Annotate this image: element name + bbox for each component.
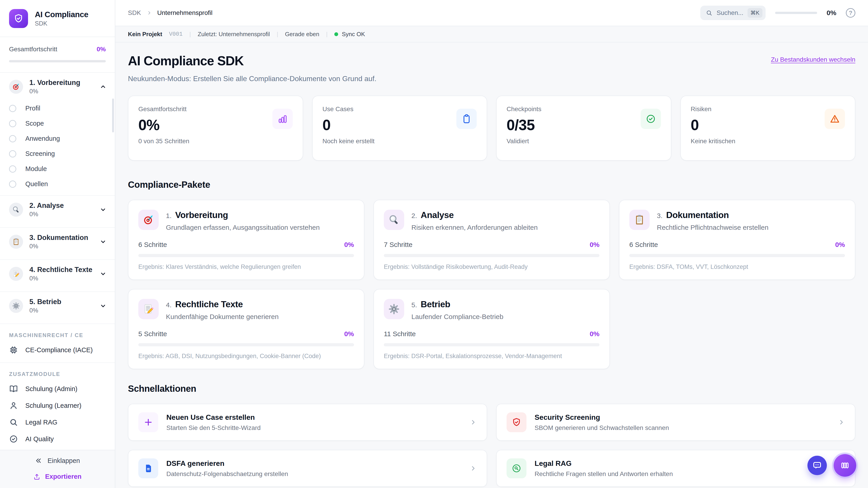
sidebar-section-label: ZUSATZMODULE — [0, 363, 115, 381]
sidebar-phase-item[interactable]: 3. Dokumentation 0% — [0, 228, 115, 256]
sidebar-module-item[interactable]: Schulung (Learner) — [0, 397, 115, 414]
search-input[interactable]: Suchen... ⌘K — [700, 6, 765, 20]
search-icon — [706, 9, 712, 16]
package-number: 1. — [166, 212, 172, 220]
bar-chart-icon — [272, 109, 293, 129]
sidebar-phase-item[interactable]: 4. Rechtliche Texte 0% — [0, 260, 115, 288]
export-button[interactable]: Exportieren — [0, 473, 115, 480]
target-icon — [9, 80, 23, 94]
sidebar-step-item[interactable]: Scope — [0, 116, 115, 131]
sidebar: AI Compliance SDK Gesamtfortschritt 0% 1… — [0, 0, 115, 488]
step-label: Module — [25, 165, 47, 173]
sidebar-step-item[interactable]: Profil — [0, 101, 115, 116]
stat-value: 0 — [322, 116, 477, 133]
sidebar-step-item[interactable]: Module — [0, 161, 115, 176]
breadcrumb-current: Unternehmensprofil — [157, 9, 213, 17]
sidebar-nav: 1. Vorbereitung 0% Profil — [0, 73, 115, 324]
stat-card: Risiken 0 Keine kritischen — [680, 96, 856, 161]
shield-check-icon — [13, 13, 24, 24]
magnifier-icon — [9, 203, 23, 217]
sidebar-step-item[interactable]: Anwendung — [0, 131, 115, 146]
book-icon — [9, 384, 18, 393]
quick-action-card[interactable]: DSFA generieren Datenschutz-Folgenabscha… — [128, 450, 487, 487]
magnifier-icon — [384, 210, 404, 230]
stat-subtext: 0 von 35 Schritten — [138, 138, 293, 145]
phase-percent: 0% — [29, 275, 92, 282]
quick-action-description: Starten Sie den 5-Schritte-Wizard — [166, 424, 260, 431]
status-bar: Kein Projekt V001 | Zuletzt: Unternehmen… — [115, 26, 868, 42]
sidebar-sections: MASCHINENRECHT / CE CE-Compliance (IACE)… — [0, 324, 115, 451]
plus-icon — [138, 412, 158, 432]
breadcrumb-sdk[interactable]: SDK — [128, 9, 141, 17]
stat-value: 0% — [138, 116, 293, 133]
clipboard-icon — [9, 235, 23, 249]
package-percent: 0% — [590, 241, 599, 249]
phase-subitems — [0, 288, 115, 291]
chevron-right-icon — [838, 419, 845, 426]
stat-value: 0/35 — [506, 116, 661, 133]
quick-action-card[interactable]: Security Screening SBOM generieren und S… — [496, 404, 855, 441]
module-label: Legal RAG — [25, 419, 57, 426]
module-label: Schulung (Learner) — [25, 402, 81, 410]
sidebar-module-item[interactable]: Legal RAG — [0, 414, 115, 431]
user-icon — [9, 401, 18, 410]
sidebar-scrollbar[interactable] — [112, 98, 114, 132]
package-percent: 0% — [590, 330, 599, 338]
header-progress-value: 0% — [827, 9, 836, 17]
switch-customers-link[interactable]: Zu Bestandskunden wechseln — [771, 56, 855, 63]
chat-fab[interactable] — [807, 456, 827, 475]
chevron-down-icon[interactable] — [99, 206, 107, 213]
stat-cards: Gesamtfortschritt 0% 0 von 35 Schritten … — [128, 96, 855, 161]
cols-fab[interactable] — [834, 454, 856, 477]
sidebar-phase-group: 3. Dokumentation 0% — [0, 228, 115, 260]
cpu-icon — [9, 346, 18, 355]
package-percent: 0% — [344, 330, 354, 338]
help-icon[interactable] — [846, 8, 855, 18]
quick-actions-heading: Schnellaktionen — [128, 384, 855, 394]
stat-subtext: Validiert — [506, 138, 661, 145]
package-steps: 7 Schritte — [384, 241, 412, 249]
sidebar-step-item[interactable]: Quellen — [0, 176, 115, 192]
last-saved-time: Gerade eben — [285, 31, 319, 38]
sidebar-module-item[interactable]: CE-Compliance (IACE) — [0, 341, 115, 358]
chevron-up-icon[interactable] — [99, 83, 107, 90]
chevron-down-icon[interactable] — [99, 238, 107, 246]
phase-name: 4. Rechtliche Texte — [29, 266, 92, 274]
package-number: 2. — [411, 212, 417, 220]
quick-action-card[interactable]: Legal RAG Rechtliche Fragen stellen und … — [496, 450, 855, 487]
sidebar-phase-item[interactable]: 2. Analyse 0% — [0, 196, 115, 224]
sidebar-phase-item[interactable]: 5. Betrieb 0% — [0, 292, 115, 320]
chevron-right-icon — [469, 419, 477, 426]
chat-icon — [812, 460, 822, 470]
module-label: AI Quality — [25, 435, 54, 443]
overall-progress-label: Gesamtfortschritt — [9, 46, 57, 53]
package-card[interactable]: 1. Vorbereitung Grundlagen erfassen, Aus… — [128, 200, 364, 280]
search-shortcut-kbd: ⌘K — [747, 8, 763, 18]
package-description: Rechtliche Pflichtnachweise erstellen — [657, 224, 769, 231]
package-title: Betrieb — [421, 299, 450, 309]
stat-subtext: Keine kritischen — [691, 138, 845, 145]
package-card[interactable]: 4. Rechtliche Texte Kundenfähige Dokumen… — [128, 289, 364, 369]
chevron-down-icon[interactable] — [99, 270, 107, 278]
package-card[interactable]: 3. Dokumentation Rechtliche Pflichtnachw… — [619, 200, 855, 280]
sidebar-section-label: MASCHINENRECHT / CE — [0, 324, 115, 341]
target-icon — [138, 210, 159, 230]
page-subtitle: Neukunden-Modus: Erstellen Sie alle Comp… — [128, 74, 376, 83]
package-card[interactable]: 2. Analyse Risiken erkennen, Anforderung… — [373, 200, 610, 280]
columns-icon — [840, 460, 850, 470]
sidebar-module-item[interactable]: Schulung (Admin) — [0, 381, 115, 397]
package-card[interactable]: 5. Betrieb Laufender Compliance-Betrieb … — [373, 289, 610, 369]
quick-action-card[interactable]: Neuen Use Case erstellen Starten Sie den… — [128, 404, 487, 441]
search-placeholder: Suchen... — [717, 9, 743, 17]
collapse-sidebar-button[interactable]: Einklappen — [35, 457, 80, 464]
divider: | — [277, 31, 278, 38]
chevron-down-icon[interactable] — [99, 302, 107, 310]
step-label: Screening — [25, 150, 55, 158]
sidebar-phase-item[interactable]: 1. Vorbereitung 0% — [0, 73, 115, 101]
sidebar-module-item[interactable]: AI Quality — [0, 431, 115, 447]
phase-name: 3. Dokumentation — [29, 234, 88, 242]
package-title: Analyse — [421, 210, 454, 220]
sidebar-step-item[interactable]: Screening — [0, 146, 115, 161]
step-status-circle — [9, 165, 16, 173]
package-cards: 1. Vorbereitung Grundlagen erfassen, Aus… — [128, 200, 855, 369]
